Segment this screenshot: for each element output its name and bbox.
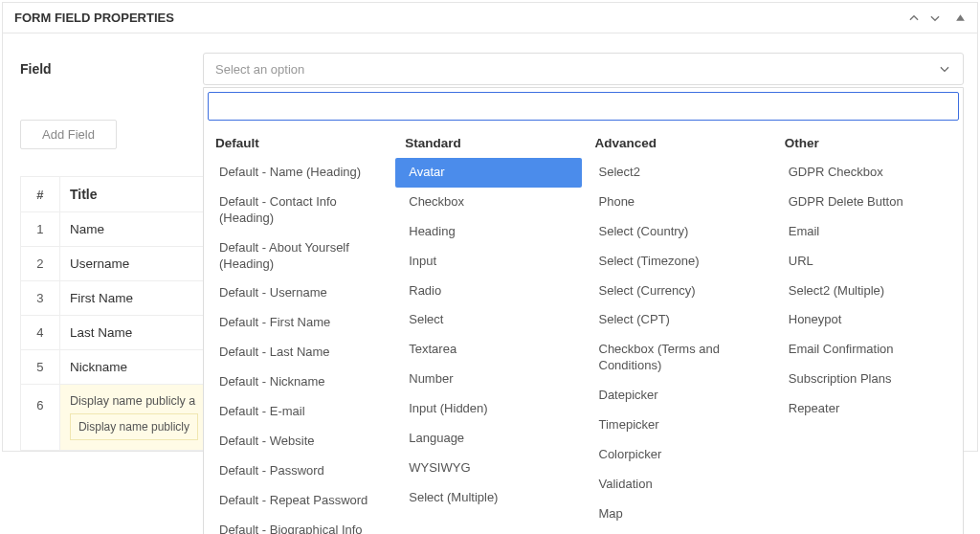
panel-body: Field Select an option Default Default -… <box>3 33 977 451</box>
col-header-title: Title <box>59 177 208 212</box>
table-row[interactable]: 3 First Name <box>21 281 209 316</box>
fields-table: # Title 1 Name 2 Username <box>20 176 209 451</box>
dropdown-columns: Default Default - Name (Heading) Default… <box>204 124 963 534</box>
dropdown-search-input[interactable] <box>208 92 959 121</box>
option-default-biographical-info[interactable]: Default - Biographical Info <box>206 516 391 534</box>
group-advanced: Advanced Select2 Phone Select (Country) … <box>584 130 773 534</box>
option-default-nickname[interactable]: Default - Nickname <box>206 367 391 397</box>
caret-up-icon[interactable] <box>955 12 966 23</box>
option-colorpicker[interactable]: Colorpicker <box>586 440 771 470</box>
table-row[interactable]: 5 Nickname <box>21 350 209 385</box>
option-language[interactable]: Language <box>395 424 581 454</box>
option-checkbox[interactable]: Checkbox <box>395 188 581 217</box>
table-row[interactable]: 4 Last Name <box>21 316 209 350</box>
option-repeater[interactable]: Repeater <box>775 394 961 424</box>
option-select-multiple[interactable]: Select (Multiple) <box>395 483 581 513</box>
cell-title: Name <box>59 212 208 247</box>
option-default-website[interactable]: Default - Website <box>206 427 391 456</box>
option-avatar[interactable]: Avatar <box>395 158 581 188</box>
option-subscription-plans[interactable]: Subscription Plans <box>775 365 961 394</box>
cell-num: 3 <box>21 281 60 316</box>
cell-title: First Name <box>59 281 208 316</box>
option-timepicker[interactable]: Timepicker <box>586 411 771 440</box>
cell-num: 2 <box>21 247 60 281</box>
option-select2-multiple[interactable]: Select2 (Multiple) <box>775 277 961 306</box>
panel-title: FORM FIELD PROPERTIES <box>14 11 174 25</box>
option-radio[interactable]: Radio <box>395 277 581 306</box>
option-default-password[interactable]: Default - Password <box>206 456 391 486</box>
field-row: Field Select an option Default Default -… <box>16 53 964 85</box>
cell-num: 6 <box>21 385 60 451</box>
field-select-dropdown: Default Default - Name (Heading) Default… <box>203 87 964 534</box>
table-header-row: # Title <box>21 177 209 212</box>
field-select-trigger[interactable]: Select an option <box>203 53 964 85</box>
option-default-about-yourself-heading[interactable]: Default - About Yourself (Heading) <box>206 234 391 279</box>
left-column: Add Field # Title 1 Name <box>16 120 220 451</box>
option-select[interactable]: Select <box>395 305 581 335</box>
dropdown-search-wrap <box>204 88 963 124</box>
field-select: Select an option Default Default - Name … <box>203 53 964 85</box>
chevron-down-icon[interactable] <box>928 11 942 25</box>
cell-num: 4 <box>21 316 60 350</box>
group-label: Advanced <box>586 130 771 158</box>
option-email[interactable]: Email <box>775 217 961 247</box>
panel-header-controls <box>907 11 966 25</box>
option-default-last-name[interactable]: Default - Last Name <box>206 338 391 367</box>
table-row[interactable]: 6 Display name publicly a Display name p… <box>21 385 209 451</box>
option-select-cpt[interactable]: Select (CPT) <box>586 305 771 335</box>
option-select-timezone[interactable]: Select (Timezone) <box>586 247 771 277</box>
cell-title: Username <box>59 247 208 281</box>
option-honeypot[interactable]: Honeypot <box>775 305 961 335</box>
svg-marker-0 <box>956 14 965 21</box>
chevron-up-icon[interactable] <box>907 11 921 25</box>
col-header-num: # <box>21 177 60 212</box>
group-default: Default Default - Name (Heading) Default… <box>204 130 393 534</box>
option-wysiwyg[interactable]: WYSIWYG <box>395 454 581 483</box>
field-select-placeholder: Select an option <box>215 62 304 77</box>
option-url[interactable]: URL <box>775 247 961 277</box>
option-datepicker[interactable]: Datepicker <box>586 381 771 411</box>
option-input-hidden[interactable]: Input (Hidden) <box>395 394 581 424</box>
cell-num: 1 <box>21 212 60 247</box>
cell-title-warn: Display name publicly a Display name pub… <box>59 385 208 451</box>
option-number[interactable]: Number <box>395 365 581 394</box>
option-default-name-heading[interactable]: Default - Name (Heading) <box>206 158 391 188</box>
group-label: Default <box>206 130 391 158</box>
table-row[interactable]: 1 Name <box>21 212 209 247</box>
option-default-contact-info-heading[interactable]: Default - Contact Info (Heading) <box>206 188 391 234</box>
group-other: Other GDPR Checkbox GDPR Delete Button E… <box>773 130 963 534</box>
option-validation[interactable]: Validation <box>586 470 771 500</box>
group-label: Other <box>775 130 961 158</box>
option-heading[interactable]: Heading <box>395 217 581 247</box>
option-select-country[interactable]: Select (Country) <box>586 217 771 247</box>
cell-title: Nickname <box>59 350 208 385</box>
option-default-email[interactable]: Default - E-mail <box>206 397 391 427</box>
cell-title: Last Name <box>59 316 208 350</box>
option-default-username[interactable]: Default - Username <box>206 278 391 308</box>
option-gdpr-checkbox[interactable]: GDPR Checkbox <box>775 158 961 188</box>
form-field-properties-panel: FORM FIELD PROPERTIES Field Select an op… <box>2 2 978 452</box>
warning-chip: Display name publicly <box>70 413 198 440</box>
option-default-first-name[interactable]: Default - First Name <box>206 308 391 338</box>
option-map[interactable]: Map <box>586 500 771 529</box>
table-row[interactable]: 2 Username <box>21 247 209 281</box>
option-textarea[interactable]: Textarea <box>395 335 581 365</box>
option-input[interactable]: Input <box>395 247 581 277</box>
cell-title-text: Display name publicly a <box>70 394 195 408</box>
group-standard: Standard Avatar Checkbox Heading Input R… <box>393 130 583 534</box>
cell-num: 5 <box>21 350 60 385</box>
option-select-currency[interactable]: Select (Currency) <box>586 277 771 306</box>
panel-header: FORM FIELD PROPERTIES <box>3 3 977 33</box>
option-default-repeat-password[interactable]: Default - Repeat Password <box>206 486 391 516</box>
option-email-confirmation[interactable]: Email Confirmation <box>775 335 961 365</box>
option-checkbox-terms[interactable]: Checkbox (Terms and Conditions) <box>586 335 771 381</box>
option-gdpr-delete-button[interactable]: GDPR Delete Button <box>775 188 961 217</box>
group-label: Standard <box>395 130 581 158</box>
add-field-button[interactable]: Add Field <box>20 120 117 149</box>
option-phone[interactable]: Phone <box>586 188 771 217</box>
option-select2[interactable]: Select2 <box>586 158 771 188</box>
field-label: Field <box>16 61 203 77</box>
